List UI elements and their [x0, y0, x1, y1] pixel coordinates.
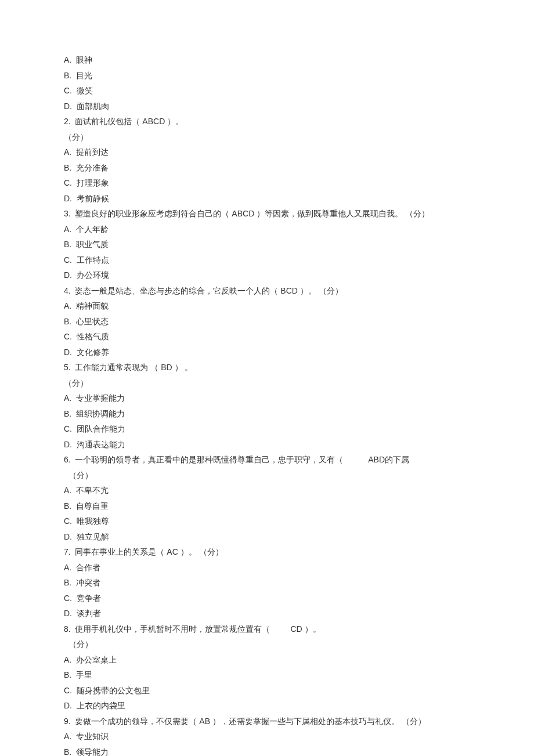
text-line: A. 办公室桌上 [64, 652, 470, 668]
text-line: C. 工作特点 [64, 252, 470, 268]
text-line: D. 沟通表达能力 [64, 437, 470, 453]
text-line: 7. 同事在事业上的关系是（ AC ）。 （分） [64, 544, 470, 560]
text-line: B. 领导能力 [64, 744, 470, 757]
text-line: A. 个人年龄 [64, 222, 470, 237]
text-line: D. 办公环境 [64, 267, 470, 283]
text-line: 8. 使用手机礼仪中，手机暂时不用时，放置常规位置有（ CD ）。 [64, 621, 470, 637]
text-line: A. 合作者 [64, 560, 470, 576]
text-line: 6. 一个聪明的领导者，真正看中的是那种既懂得尊重自己，忠于职守，又有（ ABD… [64, 452, 470, 468]
text-line: C. 打理形象 [64, 175, 470, 191]
text-line: 9. 要做一个成功的领导，不仅需要（ AB ），还需要掌握一些与下属相处的基本技… [64, 714, 470, 729]
text-line: C. 竞争者 [64, 591, 470, 606]
text-line: B. 自尊自重 [64, 498, 470, 514]
text-line: 4. 姿态一般是站态、坐态与步态的综合，它反映一个人的（ BCD ）。 （分） [64, 283, 470, 299]
text-line: B. 组织协调能力 [64, 406, 470, 422]
text-line: A. 精神面貌 [64, 298, 470, 314]
text-line: C. 唯我独尊 [64, 513, 470, 529]
text-line: A. 提前到达 [64, 144, 470, 160]
text-line: A. 不卑不亢 [64, 483, 470, 498]
text-line: 2. 面试前礼仪包括（ ABCD ）。 [64, 114, 470, 129]
text-line: （分） [64, 375, 470, 391]
text-line: B. 职业气质 [64, 237, 470, 252]
text-line: （分） [64, 129, 470, 145]
text-line: 3. 塑造良好的职业形象应考虑到符合自己的（ ABCD ）等因素，做到既尊重他人… [64, 206, 470, 222]
text-line: B. 目光 [64, 68, 470, 84]
text-line: A. 眼神 [64, 52, 470, 68]
text-line: D. 文化修养 [64, 345, 470, 360]
text-line: A. 专业知识 [64, 729, 470, 744]
text-line: A. 专业掌握能力 [64, 390, 470, 406]
text-line: B. 冲突者 [64, 575, 470, 591]
text-line: D. 谈判者 [64, 606, 470, 621]
text-line: C. 随身携带的公文包里 [64, 683, 470, 699]
text-line: B. 充分准备 [64, 160, 470, 176]
text-line: B. 手里 [64, 667, 470, 683]
text-line: D. 独立见解 [64, 529, 470, 545]
text-line: C. 微笑 [64, 83, 470, 99]
text-line: D. 面部肌肉 [64, 99, 470, 114]
document-body: A. 眼神B. 目光C. 微笑D. 面部肌肉2. 面试前礼仪包括（ ABCD ）… [64, 52, 470, 756]
text-line: C. 团队合作能力 [64, 421, 470, 437]
text-line: B. 心里状态 [64, 314, 470, 330]
text-line: D. 上衣的内袋里 [64, 698, 470, 714]
text-line: （分） [64, 636, 470, 652]
text-line: （分） [64, 468, 470, 483]
text-line: C. 性格气质 [64, 329, 470, 345]
text-line: D. 考前静候 [64, 191, 470, 207]
text-line: 5. 工作能力通常表现为 （ BD ） 。 [64, 360, 470, 375]
